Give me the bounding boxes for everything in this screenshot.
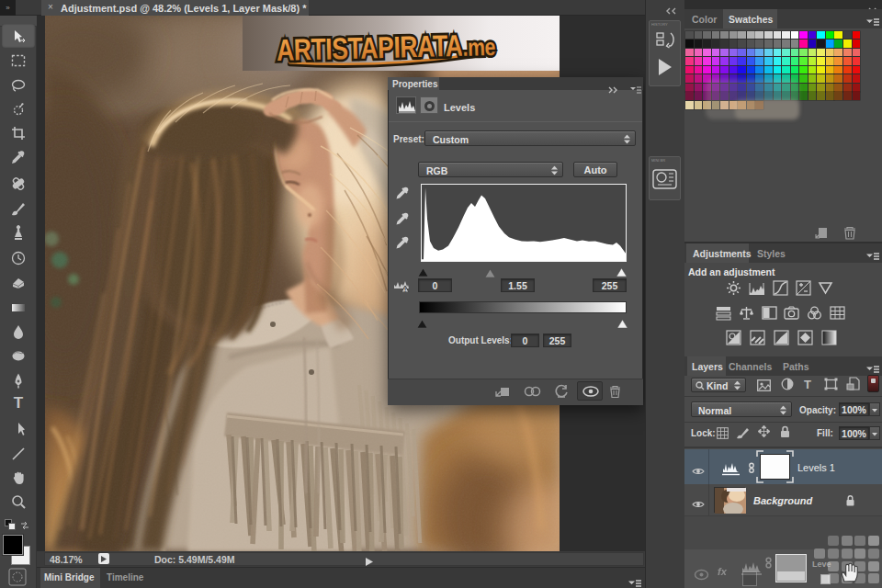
svg-text:ARTISTAPIRATA.me: ARTISTAPIRATA.me [276, 28, 495, 68]
svg-text:!: ! [404, 287, 406, 293]
